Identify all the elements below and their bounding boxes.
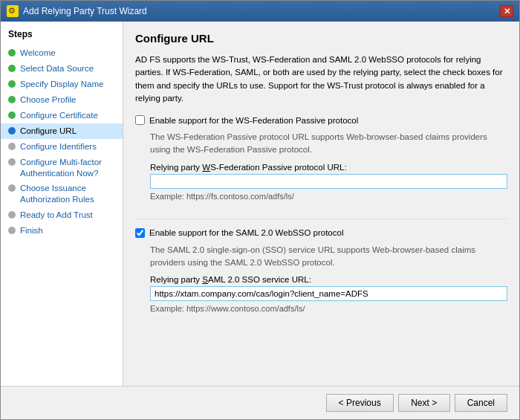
ws-federation-checkbox[interactable] (135, 115, 145, 125)
ws-underline: W (202, 163, 210, 172)
sidebar-item-label-select: Select Data Source (20, 63, 94, 74)
sidebar-item-specify-display-name[interactable]: Specify Display Name (1, 77, 123, 92)
saml-field-label: Relying party SAML 2.0 SSO service URL: (150, 275, 507, 284)
sidebar-item-label-finish: Finish (20, 225, 43, 236)
sidebar-item-configure-url[interactable]: Configure URL (1, 123, 123, 139)
close-button[interactable]: ✕ (500, 5, 513, 17)
step-dot-profile (8, 96, 16, 103)
saml-checkbox[interactable] (135, 228, 145, 238)
cancel-button[interactable]: Cancel (455, 394, 507, 412)
previous-button[interactable]: < Previous (326, 394, 394, 412)
sidebar-item-configure-certificate[interactable]: Configure Certificate (1, 108, 123, 123)
sidebar-item-label-mfa: Configure Multi-factor Authentication No… (20, 157, 115, 179)
step-dot-finish (8, 227, 16, 234)
sidebar-item-finish[interactable]: Finish (1, 223, 123, 239)
step-dot-ready (8, 211, 16, 219)
title-bar-left: Add Relying Party Trust Wizard (7, 5, 147, 17)
sidebar-item-configure-mfa[interactable]: Configure Multi-factor Authentication No… (1, 155, 123, 181)
saml-checkbox-label[interactable]: Enable support for the SAML 2.0 WebSSO p… (149, 228, 343, 237)
sidebar: Steps Welcome Select Data Source Specify… (1, 22, 123, 386)
sidebar-item-label-url: Configure URL (20, 126, 77, 137)
ws-federation-url-input[interactable] (150, 174, 507, 189)
ws-federation-description: The WS-Federation Passive protocol URL s… (150, 131, 507, 157)
wizard-window: Add Relying Party Trust Wizard ✕ Steps W… (0, 0, 520, 420)
step-dot-welcome (8, 49, 16, 56)
saml-section: Enable support for the SAML 2.0 WebSSO p… (135, 228, 507, 314)
step-dot-display (8, 80, 16, 88)
ws-federation-section: Enable support for the WS-Federation Pas… (135, 115, 507, 201)
section-divider (135, 219, 507, 219)
sidebar-title: Steps (1, 29, 123, 45)
sidebar-item-choose-profile[interactable]: Choose Profile (1, 92, 123, 108)
step-dot-url (8, 127, 16, 135)
step-dot-select (8, 65, 16, 72)
bottom-bar: < Previous Next > Cancel (1, 386, 519, 419)
sidebar-item-label-display: Specify Display Name (20, 79, 103, 90)
title-bar-title: Add Relying Party Trust Wizard (23, 6, 147, 16)
window-icon (7, 5, 19, 17)
description-text: AD FS supports the WS-Trust, WS-Federati… (135, 54, 507, 105)
sidebar-item-label-ready: Ready to Add Trust (20, 210, 93, 221)
sidebar-item-label-identifiers: Configure Identifiers (20, 141, 97, 152)
saml-checkbox-row: Enable support for the SAML 2.0 WebSSO p… (135, 228, 507, 238)
ws-federation-checkbox-row: Enable support for the WS-Federation Pas… (135, 115, 507, 125)
ws-federation-example: Example: https://fs.contoso.com/adfs/ls/ (150, 192, 507, 201)
next-button[interactable]: Next > (398, 394, 450, 412)
title-bar: Add Relying Party Trust Wizard ✕ (1, 1, 519, 22)
sidebar-item-label-issuance: Choose Issuance Authorization Rules (20, 183, 115, 205)
sidebar-item-select-data-source[interactable]: Select Data Source (1, 61, 123, 77)
step-dot-identifiers (8, 143, 16, 150)
step-dot-mfa (8, 158, 16, 166)
saml-underline: S (202, 275, 208, 284)
ws-federation-checkbox-label[interactable]: Enable support for the WS-Federation Pas… (149, 116, 358, 125)
sidebar-item-label-profile: Choose Profile (20, 94, 76, 106)
saml-url-input[interactable] (150, 286, 507, 301)
ws-federation-field-label: Relying party WS-Federation Passive prot… (150, 163, 507, 172)
sidebar-item-label-welcome: Welcome (20, 48, 56, 59)
step-dot-cert (8, 112, 16, 119)
sidebar-item-ready-to-add[interactable]: Ready to Add Trust (1, 207, 123, 223)
sidebar-item-welcome[interactable]: Welcome (1, 45, 123, 61)
page-title: Configure URL (135, 32, 507, 45)
saml-description: The SAML 2.0 single-sign-on (SSO) servic… (150, 244, 507, 270)
sidebar-item-configure-identifiers[interactable]: Configure Identifiers (1, 139, 123, 155)
saml-example: Example: https://www.contoso.com/adfs/ls… (150, 304, 507, 313)
content-area: Steps Welcome Select Data Source Specify… (1, 22, 519, 386)
main-panel: Configure URL AD FS supports the WS-Trus… (123, 22, 519, 386)
sidebar-item-label-cert: Configure Certificate (20, 110, 98, 121)
sidebar-item-issuance[interactable]: Choose Issuance Authorization Rules (1, 181, 123, 207)
step-dot-issuance (8, 184, 16, 192)
